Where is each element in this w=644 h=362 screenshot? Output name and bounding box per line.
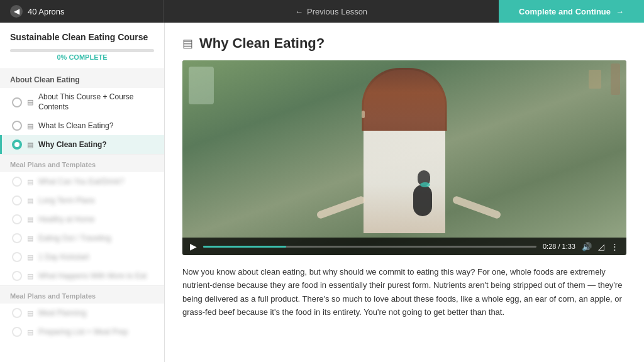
previous-lesson-button[interactable]: ← Previous Lesson xyxy=(282,7,380,16)
section-title-mealplans: Meal Plans and Templates xyxy=(0,154,164,172)
video-thumbnail xyxy=(182,60,626,255)
completion-circle-7 xyxy=(12,233,22,243)
sidebar-item-locked-3: ▤ Healthy at Home xyxy=(0,210,164,229)
doc-icon-6: ▤ xyxy=(27,216,33,224)
sidebar-item-label-9: What Happens With More to Eat xyxy=(38,272,147,282)
sidebar-item-label-4: What Can You Eat/Drink? xyxy=(38,177,124,187)
complete-continue-label: Complete and Continue xyxy=(519,7,611,16)
back-icon: ◀ xyxy=(14,7,19,16)
video-time: 0:28 / 1:33 xyxy=(543,243,575,250)
doc-icon-11: ▤ xyxy=(27,328,33,336)
sidebar-item-label-7: Eating Out / Traveling xyxy=(38,234,111,244)
doc-icon-7: ▤ xyxy=(27,234,33,243)
lesson-body-text: Now you know about clean eating, but why… xyxy=(182,265,626,319)
sidebar-item-locked-5: ▤ 1 Day Kickstart xyxy=(0,248,164,266)
sidebar-item-label-8: 1 Day Kickstart xyxy=(38,253,89,263)
sidebar-item-what-is[interactable]: ▤ What Is Clean Eating? xyxy=(0,116,164,135)
play-button[interactable]: ▶ xyxy=(190,241,197,251)
lesson-title-doc-icon: ▤ xyxy=(182,36,193,50)
completion-circle-8 xyxy=(12,252,22,262)
logo-text: 40 Aprons xyxy=(28,7,65,16)
prev-arrow-icon: ← xyxy=(295,7,303,16)
completion-circle-6 xyxy=(12,214,22,224)
doc-icon-3: ▤ xyxy=(27,141,33,149)
lesson-title-row: ▤ Why Clean Eating? xyxy=(182,35,626,52)
more-options-button[interactable]: ⋮ xyxy=(611,242,619,251)
nav-center: ← Previous Lesson xyxy=(164,0,499,23)
completion-circle-10 xyxy=(12,308,22,318)
section-title-mealprep: Meal Plans and Templates xyxy=(0,285,164,304)
sidebar-item-locked-7: ▤ Meal Planning xyxy=(0,304,164,322)
progress-label: 0% COMPLETE xyxy=(0,53,164,61)
video-controls: ▶ 0:28 / 1:33 🔊 ◿ ⋮ xyxy=(182,238,626,255)
course-title: Sustainable Clean Eating Course xyxy=(0,23,164,45)
video-progress-fill xyxy=(203,246,286,248)
completion-circle-2 xyxy=(12,121,22,131)
progress-bar xyxy=(10,49,154,52)
lesson-title: Why Clean Eating? xyxy=(199,35,325,52)
sidebar-item-about-course[interactable]: ▤ About This Course + Course Contents xyxy=(0,88,164,116)
sidebar-item-label-6: Healthy at Home xyxy=(38,215,94,225)
sidebar-item-locked-4: ▤ Eating Out / Traveling xyxy=(0,229,164,248)
sidebar-item-locked-2: ▤ Long Term Plans xyxy=(0,191,164,210)
completion-circle-3 xyxy=(12,140,22,150)
doc-icon-8: ▤ xyxy=(27,253,33,261)
sidebar: Sustainable Clean Eating Course 0% COMPL… xyxy=(0,23,165,362)
content-area: ▤ Why Clean Eating? xyxy=(165,23,644,362)
doc-icon-2: ▤ xyxy=(27,122,33,130)
section-title-about: About Clean Eating xyxy=(0,69,164,88)
sidebar-item-label-1: About This Course + Course Contents xyxy=(38,92,154,112)
completion-circle-4 xyxy=(12,177,22,187)
main-layout: Sustainable Clean Eating Course 0% COMPL… xyxy=(0,23,644,362)
sidebar-item-label-11: Preparing List + Meal Prep xyxy=(38,327,128,337)
doc-icon-10: ▤ xyxy=(27,309,33,317)
sidebar-item-locked-1: ▤ What Can You Eat/Drink? xyxy=(0,172,164,191)
top-navigation: ◀ 40 Aprons ← Previous Lesson Complete a… xyxy=(0,0,644,23)
sidebar-item-locked-8: ▤ Preparing List + Meal Prep xyxy=(0,322,164,341)
prev-lesson-label: Previous Lesson xyxy=(307,7,367,16)
sidebar-item-locked-6: ▤ What Happens With More to Eat xyxy=(0,266,164,285)
back-button[interactable]: ◀ xyxy=(10,5,23,18)
video-progress-bar[interactable] xyxy=(203,246,536,248)
doc-icon-1: ▤ xyxy=(27,98,33,106)
fullscreen-button[interactable]: ◿ xyxy=(598,242,604,251)
sidebar-item-why-clean[interactable]: ▤ Why Clean Eating? xyxy=(0,135,164,154)
completion-circle-1 xyxy=(12,97,22,107)
completion-circle-5 xyxy=(12,195,22,206)
complete-continue-icon: → xyxy=(616,7,624,16)
doc-icon-5: ▤ xyxy=(27,197,33,205)
sidebar-item-label-2: What Is Clean Eating? xyxy=(38,121,113,131)
sidebar-item-label-5: Long Term Plans xyxy=(38,196,95,206)
sidebar-item-label-3: Why Clean Eating? xyxy=(38,140,107,150)
logo-area: ◀ 40 Aprons xyxy=(0,0,164,23)
video-player[interactable]: ▶ 0:28 / 1:33 🔊 ◿ ⋮ xyxy=(182,60,626,255)
doc-icon-9: ▤ xyxy=(27,272,33,280)
volume-button[interactable]: 🔊 xyxy=(582,242,592,251)
complete-continue-button[interactable]: Complete and Continue → xyxy=(499,0,644,23)
completion-circle-11 xyxy=(12,327,22,337)
doc-icon-4: ▤ xyxy=(27,178,33,186)
sidebar-item-label-10: Meal Planning xyxy=(38,309,86,319)
completion-circle-9 xyxy=(12,271,22,281)
